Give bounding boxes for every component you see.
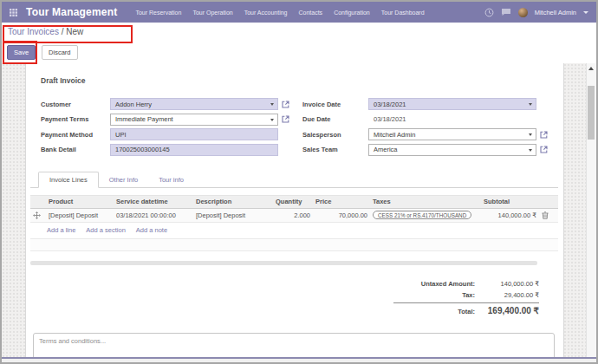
- handle-column-header: [30, 195, 46, 208]
- breadcrumb: Tour Invoices / New: [8, 27, 83, 36]
- menu-item-tour-accounting[interactable]: Tour Accounting: [244, 10, 288, 16]
- payment-method-label: Payment Method: [41, 131, 110, 139]
- table-row[interactable]: [Deposit] Deposit 03/18/2021 00:00:00 [D…: [30, 208, 558, 222]
- user-menu-caret-icon[interactable]: [583, 11, 588, 14]
- due-date-label: Due Date: [302, 115, 368, 123]
- trash-icon: [542, 211, 549, 219]
- cell-quantity[interactable]: 2.000: [273, 208, 313, 222]
- sales-team-external-link-icon[interactable]: [536, 146, 550, 153]
- save-button[interactable]: Save: [7, 45, 36, 60]
- cell-taxes[interactable]: CESS 21% or RS.4170/THOUSAND: [370, 208, 481, 222]
- invoice-form-sheet: Draft Invoice Customer Addon Herry Invoi…: [25, 63, 564, 357]
- total-row: Total: 169,400.00 ₹: [393, 302, 539, 317]
- tax-label: Tax:: [462, 291, 475, 299]
- content-background: Draft Invoice Customer Addon Herry Invoi…: [2, 63, 596, 357]
- line-add-links: Add a line Add a section Add a note: [30, 223, 558, 239]
- payment-terms-external-link-icon[interactable]: [278, 115, 292, 123]
- bank-detail-value: 170025003000145: [115, 146, 170, 153]
- total-value: 169,400.00 ₹: [475, 306, 539, 315]
- field-grid: Customer Addon Herry Invoice Date 03/18/…: [41, 98, 563, 156]
- bank-detail-label: Bank Detail: [41, 146, 110, 153]
- salesperson-select[interactable]: Mitchell Admin: [368, 128, 536, 140]
- menu-item-tour-reservation[interactable]: Tour Reservation: [135, 10, 181, 16]
- row-delete-cell[interactable]: [539, 208, 558, 222]
- col-taxes[interactable]: Taxes: [370, 195, 481, 208]
- untaxed-amount-value: 140,000.00 ₹: [475, 280, 539, 288]
- invoice-date-value: 03/18/2021: [374, 101, 406, 108]
- payment-terms-label: Payment Terms: [41, 115, 110, 123]
- col-price[interactable]: Price: [313, 195, 370, 208]
- untaxed-amount-label: Untaxed Amount:: [421, 280, 475, 288]
- add-a-section-link[interactable]: Add a section: [86, 226, 125, 234]
- col-service-datetime[interactable]: Service datetime: [114, 195, 193, 208]
- top-nav-bar: Tour Management Tour Reservation Tour Op…: [2, 2, 596, 23]
- app-title: Tour Management: [26, 6, 117, 18]
- invoice-date-input[interactable]: 03/18/2021: [368, 98, 536, 110]
- action-buttons: Save Discard: [7, 45, 78, 60]
- customer-value: Addon Herry: [115, 101, 152, 108]
- terms-and-conditions-input[interactable]: [33, 333, 555, 358]
- menu-item-contacts[interactable]: Contacts: [299, 10, 323, 16]
- discard-button[interactable]: Discard: [42, 45, 77, 60]
- tab-tour-info[interactable]: Tour info: [148, 172, 194, 187]
- due-date-value: 03/18/2021: [368, 115, 536, 123]
- payment-method-input[interactable]: UPI: [110, 128, 278, 140]
- vertical-scrollbar[interactable]: [586, 63, 596, 357]
- tab-other-info[interactable]: Other Info: [99, 172, 148, 187]
- sales-team-label: Sales Team: [302, 146, 368, 153]
- control-panel: Tour Invoices / New Save Discard: [2, 23, 596, 64]
- cell-subtotal: 140,000.00 ₹: [481, 208, 539, 222]
- salesperson-value: Mitchell Admin: [374, 131, 415, 139]
- tax-row: Tax: 29,400.00 ₹: [393, 289, 539, 301]
- add-a-line-link[interactable]: Add a line: [47, 226, 75, 234]
- apps-grid-icon[interactable]: [10, 9, 17, 16]
- row-drag-handle[interactable]: [30, 208, 46, 222]
- totals-block: Untaxed Amount: 140,000.00 ₹ Tax: 29,400…: [393, 278, 539, 317]
- empty-line-row: [30, 239, 558, 251]
- sales-team-select[interactable]: America: [368, 144, 536, 156]
- table-header-row: Product Service datetime Description Qua…: [30, 195, 558, 208]
- scroll-up-arrow-icon[interactable]: [588, 67, 594, 70]
- menu-item-tour-dashboard[interactable]: Tour Dashboard: [381, 10, 425, 16]
- untaxed-amount-row: Untaxed Amount: 140,000.00 ₹: [393, 278, 539, 289]
- customer-caret-icon: [270, 103, 274, 106]
- customer-external-link-icon[interactable]: [278, 101, 292, 108]
- sales-team-value: America: [374, 146, 398, 153]
- table-horizontal-scrollbar[interactable]: [30, 261, 537, 265]
- bank-detail-input[interactable]: 170025003000145: [110, 144, 278, 156]
- col-quantity[interactable]: Quantity: [273, 195, 313, 208]
- col-subtotal[interactable]: Subtotal: [481, 195, 539, 208]
- user-avatar[interactable]: [518, 8, 528, 17]
- breadcrumb-parent-link[interactable]: Tour Invoices: [8, 27, 59, 36]
- cell-price[interactable]: 70,000.00: [313, 208, 370, 222]
- invoice-lines-table: Product Service datetime Description Qua…: [30, 195, 558, 223]
- notebook-tabs: Invoice Lines Other Info Tour info: [30, 171, 558, 188]
- add-a-note-link[interactable]: Add a note: [136, 226, 167, 234]
- breadcrumb-current: / New: [59, 27, 83, 36]
- sales-team-caret-icon: [529, 149, 532, 152]
- customer-label: Customer: [41, 101, 110, 108]
- tax-tag[interactable]: CESS 21% or RS.4170/THOUSAND: [373, 211, 471, 219]
- delete-column-header: [539, 195, 558, 208]
- scrollbar-thumb[interactable]: [588, 86, 595, 140]
- cell-product[interactable]: [Deposit] Deposit: [46, 208, 114, 222]
- payment-terms-caret-icon: [270, 119, 274, 121]
- payment-terms-value: Immediate Payment: [115, 115, 173, 123]
- messages-chat-icon[interactable]: [501, 8, 511, 16]
- payment-terms-select[interactable]: Immediate Payment: [110, 114, 278, 126]
- cell-description[interactable]: [Deposit] Deposit: [193, 208, 273, 222]
- col-description[interactable]: Description: [193, 195, 273, 208]
- customer-select[interactable]: Addon Herry: [110, 98, 278, 110]
- activities-clock-icon[interactable]: [484, 8, 494, 17]
- main-menu: Tour Reservation Tour Operation Tour Acc…: [135, 10, 424, 16]
- total-label: Total:: [458, 308, 475, 315]
- user-menu-name[interactable]: Mitchell Admin: [535, 9, 576, 16]
- menu-item-tour-operation[interactable]: Tour Operation: [192, 10, 232, 16]
- cell-service-datetime[interactable]: 03/18/2021 00:00:00: [114, 208, 193, 222]
- salesperson-caret-icon: [529, 133, 532, 136]
- salesperson-external-link-icon[interactable]: [536, 131, 550, 139]
- invoice-date-label: Invoice Date: [302, 101, 368, 108]
- tab-invoice-lines[interactable]: Invoice Lines: [38, 172, 99, 188]
- menu-item-configuration[interactable]: Configuration: [334, 10, 370, 16]
- col-product[interactable]: Product: [46, 195, 114, 208]
